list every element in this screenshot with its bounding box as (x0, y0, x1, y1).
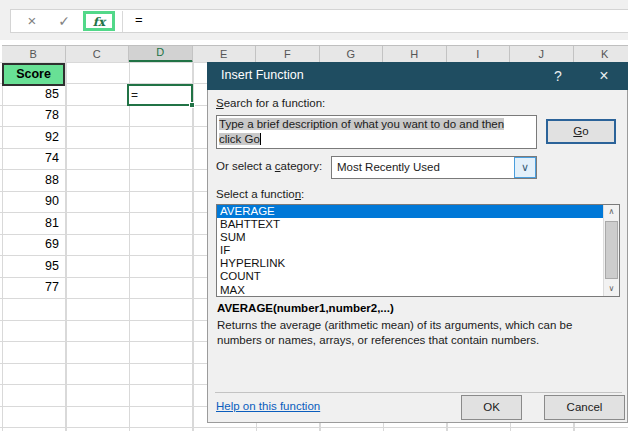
search-input[interactable]: Type a brief description of what you wan… (216, 115, 537, 149)
cancel-entry-icon[interactable]: × (23, 10, 41, 32)
list-scrollbar[interactable]: ∧ ∨ (603, 205, 619, 296)
formula-bar: × ✓ fx = (0, 0, 628, 40)
scroll-down-icon[interactable]: ∨ (604, 282, 619, 296)
column-headers: B C D E F G H I J K (2, 45, 628, 62)
category-dropdown[interactable]: Most Recently Used ∨ (331, 156, 537, 179)
function-list-item[interactable]: BAHTTEXT (217, 218, 603, 231)
ok-button[interactable]: OK (461, 395, 522, 420)
function-list[interactable]: AVERAGE BAHTTEXT SUM IF HYPERLINK COUNT … (216, 204, 620, 297)
score-cell[interactable]: 90 (2, 191, 64, 213)
scroll-up-icon[interactable]: ∧ (604, 205, 619, 219)
function-list-item[interactable]: COUNT (217, 270, 603, 283)
dialog-title: Insert Function (221, 68, 304, 82)
select-label-pre: Select a functio (216, 188, 295, 200)
category-label-rest: ategory: (281, 160, 323, 172)
insert-function-button[interactable]: fx (83, 11, 115, 31)
dialog-close-icon[interactable]: × (592, 66, 616, 86)
column-header-j[interactable]: J (510, 46, 574, 63)
function-description: Returns the average (arithmetic mean) of… (217, 318, 617, 348)
function-signature: AVERAGE(number1,number2,...) (217, 302, 394, 314)
function-list-item[interactable]: MAX (217, 284, 603, 297)
score-cell[interactable]: 85 (2, 84, 64, 106)
function-list-item[interactable]: IF (217, 244, 603, 257)
column-header-i[interactable]: I (447, 46, 511, 63)
active-cell[interactable]: = (127, 84, 193, 106)
column-header-c[interactable]: C (66, 46, 130, 63)
scrollbar-thumb[interactable] (605, 221, 618, 279)
function-list-item[interactable]: AVERAGE (217, 205, 603, 218)
score-cell[interactable]: 88 (2, 170, 64, 192)
go-button[interactable]: Go (546, 119, 616, 144)
function-list-item[interactable]: HYPERLINK (217, 257, 603, 270)
dialog-title-bar[interactable]: Insert Function ? × (207, 62, 628, 90)
score-cell[interactable]: 69 (2, 234, 64, 256)
function-list-item[interactable]: SUM (217, 231, 603, 244)
text-caret (260, 133, 261, 145)
search-label: Search for a function: (216, 97, 325, 109)
help-on-function-link[interactable]: Help on this function (216, 400, 320, 412)
search-label-accesskey: S (216, 97, 224, 109)
search-text-line1: Type a brief description of what you wan… (219, 118, 504, 130)
column-header-k[interactable]: K (574, 46, 628, 63)
score-cell[interactable]: 95 (2, 256, 64, 278)
column-header-d[interactable]: D (129, 46, 193, 63)
go-button-rest: o (582, 125, 588, 137)
score-cell[interactable]: 74 (2, 148, 64, 170)
score-cell[interactable]: 77 (2, 277, 64, 299)
select-function-label: Select a function: (216, 188, 304, 200)
formula-bar-divider (122, 11, 123, 32)
dialog-separator (215, 392, 622, 393)
cancel-button[interactable]: Cancel (544, 395, 625, 420)
column-header-f[interactable]: F (256, 46, 320, 63)
category-label: Or select a category: (216, 160, 322, 172)
score-cell[interactable]: 78 (2, 105, 64, 127)
dropdown-arrow-icon[interactable]: ∨ (514, 157, 536, 178)
dialog-help-icon[interactable]: ? (546, 66, 570, 86)
fill-handle[interactable] (189, 102, 195, 108)
category-value: Most Recently Used (337, 161, 440, 173)
search-text-line2: click Go (219, 133, 260, 145)
insert-function-dialog: Insert Function ? × Search for a functio… (207, 62, 628, 423)
formula-bar-strip: × ✓ fx = (10, 9, 628, 33)
go-button-accesskey: G (573, 125, 582, 137)
column-header-b[interactable]: B (2, 46, 66, 63)
category-label-pre: Or select a (216, 160, 275, 172)
active-cell-value: = (131, 88, 138, 102)
score-cell[interactable]: 92 (2, 127, 64, 149)
column-header-h[interactable]: H (383, 46, 447, 63)
column-header-g[interactable]: G (320, 46, 384, 63)
fx-icon: fx (93, 15, 105, 29)
score-column: 85 78 92 74 88 90 81 69 95 77 (2, 84, 64, 299)
formula-input[interactable]: = (135, 12, 143, 27)
column-header-e[interactable]: E (193, 46, 257, 63)
select-label-rest: : (301, 188, 304, 200)
score-cell[interactable]: 81 (2, 213, 64, 235)
search-label-rest: earch for a function: (224, 97, 326, 109)
excel-window: × ✓ fx = B C D E F G H I J K Score 85 78… (0, 0, 628, 431)
confirm-entry-icon[interactable]: ✓ (55, 10, 73, 32)
